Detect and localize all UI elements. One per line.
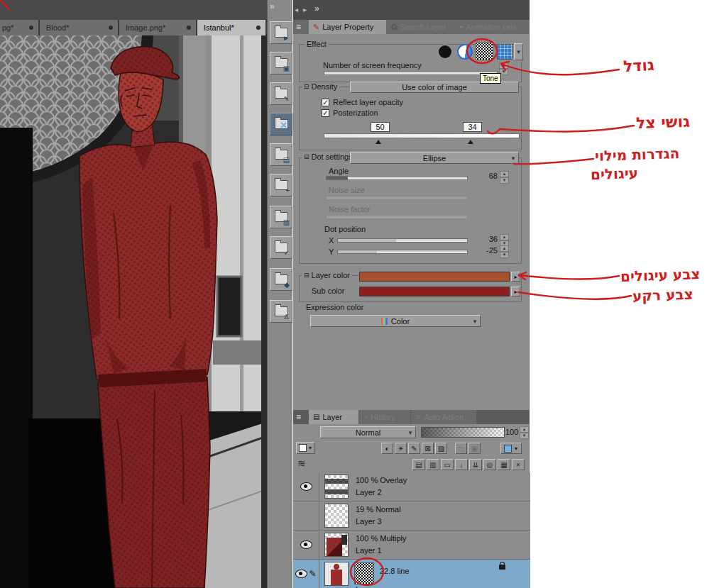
document-tab[interactable]: pg* xyxy=(0,20,40,35)
spin-up-icon[interactable]: ▲ xyxy=(499,62,508,69)
tab-layer[interactable]: ▤ Layer xyxy=(309,410,358,424)
layer-row[interactable]: 19 % Normal Layer 3 xyxy=(293,501,530,531)
layer-name[interactable]: Layer 1 xyxy=(356,546,382,555)
dock-expand-icon[interactable]: » xyxy=(270,1,275,11)
tab-close-icon[interactable] xyxy=(256,26,261,30)
collapse-icon[interactable]: ⊟ xyxy=(304,272,309,279)
opacity-value[interactable]: 100 xyxy=(505,428,518,436)
posterization-checkbox[interactable]: ✓ xyxy=(322,109,329,117)
effect-halftone-circle-icon[interactable] xyxy=(457,44,473,60)
reflect-opacity-checkbox[interactable]: ✓ xyxy=(322,99,329,106)
spin-up-icon[interactable]: ▲ xyxy=(500,245,509,252)
dock-palette-icon-10[interactable]: ♙ xyxy=(270,300,292,323)
nav-next-icon[interactable]: ▸ xyxy=(303,6,307,13)
y-slider[interactable] xyxy=(337,250,468,254)
tab-close-icon[interactable] xyxy=(109,26,113,30)
clip-at-layer-below-button[interactable]: ◐ xyxy=(381,443,393,454)
effect-tone-icon[interactable] xyxy=(476,43,493,60)
new-folder-button[interactable]: ▭ xyxy=(441,459,454,470)
y-value[interactable]: -25 xyxy=(478,246,498,255)
spin-up-icon[interactable]: ▲ xyxy=(500,234,509,240)
posterization-slider[interactable] xyxy=(324,133,520,138)
reference-layer-button[interactable]: ☀ xyxy=(395,443,407,454)
collapse-icon[interactable]: ⊟ xyxy=(304,83,309,90)
lock-layer-button[interactable]: ⊠ xyxy=(422,443,434,454)
dock-palette-icon-6[interactable]: + xyxy=(270,174,292,196)
eye-icon[interactable] xyxy=(295,570,307,578)
canvas-viewport[interactable] xyxy=(0,35,267,588)
slider-marker-right[interactable] xyxy=(468,140,473,144)
dot-shape-dropdown[interactable]: Ellipse ▼ xyxy=(350,152,519,164)
angle-slider[interactable] xyxy=(326,176,468,180)
layer-thumbnail[interactable] xyxy=(324,475,349,499)
dock-palette-icon-8[interactable]: ✓ xyxy=(270,236,292,259)
opacity-slider[interactable] xyxy=(421,427,505,438)
tab-history[interactable]: ◔ History xyxy=(359,410,410,424)
spin-down-icon[interactable]: ▼ xyxy=(500,177,509,184)
dock-palette-icon-2[interactable]: ▣ xyxy=(270,52,292,74)
eye-icon[interactable] xyxy=(300,540,312,549)
new-raster-layer-button[interactable]: ▤ xyxy=(412,459,425,470)
tab-layer-property[interactable]: ✎ Layer Property xyxy=(309,20,386,34)
x-value[interactable]: 36 xyxy=(481,235,498,243)
posterization-value-right[interactable]: 34 xyxy=(463,122,482,132)
layer-visibility-cell[interactable] xyxy=(293,531,319,559)
effect-black-circle-icon[interactable] xyxy=(437,44,453,60)
tab-close-icon[interactable] xyxy=(187,26,191,30)
layer-thumbnail[interactable] xyxy=(324,533,349,557)
layer-color-indicator-button[interactable]: ▼ xyxy=(296,442,315,454)
posterization-value-left[interactable]: 50 xyxy=(371,122,390,132)
opacity-spinner[interactable]: ▲ ▼ xyxy=(520,426,529,439)
dock-palette-icon-3[interactable]: ✎ xyxy=(270,82,292,105)
tab-animation-cels[interactable]: ▸▸ Animation cels xyxy=(456,20,530,34)
layer-row[interactable]: 100 % Overlay Layer 2 xyxy=(293,472,530,501)
layer-visibility-cell[interactable] xyxy=(293,501,319,530)
effect-dropdown-button[interactable]: ▼ xyxy=(514,43,523,60)
draft-layer-button[interactable]: ✎ xyxy=(408,443,420,454)
layer-visibility-cell[interactable] xyxy=(293,472,319,501)
spin-up-icon[interactable]: ▲ xyxy=(520,426,529,433)
dock-palette-icon-7[interactable]: ▨ xyxy=(270,206,292,228)
dock-palette-icon-1[interactable]: ► xyxy=(270,21,292,44)
create-mask-button[interactable]: ◎ xyxy=(483,459,496,470)
slider-marker-left[interactable] xyxy=(376,140,381,144)
new-vector-layer-button[interactable]: ▥ xyxy=(427,459,439,470)
lock-transparent-pixels-button[interactable]: ▨ xyxy=(435,443,447,454)
tab-auto-action[interactable]: ≋ Auto Action xyxy=(411,410,476,424)
panel-menu-icon[interactable]: ≡ xyxy=(296,412,301,422)
document-tab[interactable]: Image.png* xyxy=(119,20,197,35)
spin-up-icon[interactable]: ▲ xyxy=(500,171,509,177)
layer-name[interactable]: Layer xyxy=(356,585,376,588)
layer-row[interactable]: 100 % Multiply Layer 1 xyxy=(293,531,530,560)
delete-layer-button[interactable]: × xyxy=(512,459,525,470)
angle-spinner[interactable]: ▲ ▼ xyxy=(500,171,509,184)
collapse-icon[interactable]: ⊟ xyxy=(304,153,309,160)
dock-palette-icon-4-active[interactable]: × xyxy=(270,113,292,135)
apply-mask-button[interactable]: ▦ xyxy=(498,459,510,470)
eye-icon[interactable] xyxy=(300,482,312,491)
panel-menu-icon[interactable]: ≡ xyxy=(296,22,301,32)
layer-thumbnail[interactable] xyxy=(324,562,349,586)
spin-down-icon[interactable]: ▼ xyxy=(520,433,529,439)
layer-color-effect-button[interactable]: ▼ xyxy=(500,443,522,454)
angle-value[interactable]: 68 xyxy=(483,172,498,180)
spin-down-icon[interactable]: ▼ xyxy=(500,252,509,258)
dock-palette-icon-9[interactable]: ◆ xyxy=(270,268,292,291)
layer-color-swatch[interactable] xyxy=(359,272,510,282)
sub-color-picker-button[interactable]: ▸ xyxy=(511,287,520,296)
document-tab-active[interactable]: Istanbul* xyxy=(197,20,267,35)
dock-palette-icon-5[interactable]: ▤ xyxy=(270,143,292,166)
sub-color-swatch[interactable] xyxy=(359,287,510,296)
frequency-slider[interactable] xyxy=(324,71,498,75)
layer-color-picker-button[interactable]: ▸ xyxy=(511,272,520,282)
tab-search-layer[interactable]: Search Layer xyxy=(387,20,455,34)
layer-name[interactable]: Layer 3 xyxy=(356,517,382,526)
blend-mode-dropdown[interactable]: Normal ▼ xyxy=(320,426,416,438)
expression-color-dropdown[interactable]: Color ▼ xyxy=(310,315,481,327)
layer-name[interactable]: Layer 2 xyxy=(356,488,382,497)
x-slider[interactable] xyxy=(337,238,468,243)
merge-down-button[interactable]: ⇊ xyxy=(469,459,482,470)
panel-expand-icon[interactable]: » xyxy=(314,4,319,13)
layer-thumbnail[interactable] xyxy=(324,504,349,528)
layer-visibility-cell[interactable]: ✎ xyxy=(293,560,319,588)
